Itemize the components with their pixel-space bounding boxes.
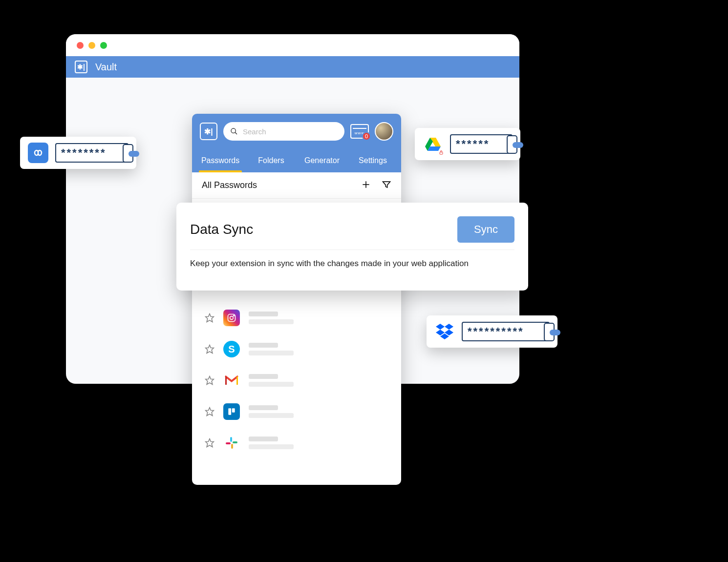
- svg-rect-16: [231, 444, 233, 449]
- svg-marker-8: [206, 345, 214, 354]
- list-item[interactable]: S: [192, 333, 401, 365]
- svg-marker-22: [436, 324, 445, 330]
- star-icon[interactable]: [205, 344, 214, 354]
- vault-logo-icon: ✱|: [75, 61, 87, 73]
- star-icon[interactable]: [205, 438, 214, 448]
- password-masked: ********: [61, 147, 107, 158]
- svg-marker-13: [206, 439, 214, 447]
- password-masked: ******: [456, 139, 490, 149]
- svg-rect-21: [440, 152, 443, 155]
- star-icon[interactable]: [205, 313, 214, 323]
- avatar[interactable]: [375, 122, 393, 141]
- password-card-infinity: ********: [20, 137, 136, 169]
- svg-rect-12: [232, 408, 235, 412]
- svg-rect-11: [228, 408, 231, 415]
- slack-icon: [223, 435, 240, 451]
- window-controls: [66, 34, 519, 56]
- search-input[interactable]: [243, 127, 338, 136]
- svg-marker-10: [206, 408, 214, 416]
- svg-rect-15: [233, 441, 237, 443]
- svg-marker-9: [206, 376, 214, 385]
- tab-settings[interactable]: Settings: [347, 149, 398, 172]
- password-masked: **********: [468, 326, 524, 337]
- filter-button[interactable]: [382, 180, 391, 191]
- password-list: S: [192, 296, 401, 464]
- extension-popup: ✱| www 0 Passwords Folders Generator Set…: [192, 114, 401, 485]
- svg-line-1: [235, 132, 237, 134]
- password-field: **********: [462, 322, 550, 341]
- lock-icon: [438, 149, 444, 155]
- app-header: ✱| Vault: [66, 56, 519, 78]
- list-item[interactable]: [192, 302, 401, 333]
- svg-rect-17: [226, 442, 231, 444]
- svg-rect-14: [230, 437, 232, 442]
- skype-icon: S: [223, 341, 240, 357]
- infinity-icon: [28, 143, 48, 163]
- instagram-icon: [223, 310, 240, 326]
- svg-point-0: [231, 128, 236, 133]
- extension-header: ✱| www 0: [192, 114, 401, 149]
- password-card-dropbox: **********: [427, 315, 557, 348]
- badge-count: 0: [362, 132, 371, 141]
- star-icon[interactable]: [205, 375, 214, 385]
- list-item[interactable]: [192, 396, 401, 427]
- trello-icon: [223, 403, 240, 420]
- search-icon: [230, 127, 238, 135]
- toggle-knob: [513, 142, 523, 148]
- toggle-knob: [550, 330, 560, 335]
- dropbox-icon: [434, 321, 455, 342]
- close-dot[interactable]: [77, 42, 84, 49]
- add-button[interactable]: [361, 180, 371, 191]
- maximize-dot[interactable]: [100, 42, 107, 49]
- list-title: All Passwords: [202, 180, 257, 190]
- search-box[interactable]: [223, 122, 344, 141]
- svg-point-7: [234, 315, 235, 316]
- svg-point-6: [230, 316, 234, 320]
- list-item[interactable]: [192, 427, 401, 458]
- toggle-knob: [128, 151, 139, 157]
- tab-generator[interactable]: Generator: [297, 149, 347, 172]
- password-field: ******: [450, 134, 513, 154]
- site-badge[interactable]: www 0: [350, 124, 369, 139]
- tab-folders[interactable]: Folders: [246, 149, 297, 172]
- gmail-icon: [223, 372, 240, 389]
- star-icon[interactable]: [205, 407, 214, 416]
- sync-title: Data Sync: [190, 222, 253, 237]
- list-header: All Passwords: [192, 172, 401, 199]
- sync-button[interactable]: Sync: [457, 216, 514, 243]
- password-card-drive: ******: [415, 128, 520, 160]
- password-field: ********: [55, 143, 128, 163]
- list-item[interactable]: [192, 365, 401, 396]
- extension-logo-icon: ✱|: [200, 123, 217, 140]
- extension-tabs: Passwords Folders Generator Settings: [192, 149, 401, 172]
- sync-description: Keep your extension in sync with the cha…: [190, 259, 514, 269]
- app-title: Vault: [95, 62, 117, 73]
- minimize-dot[interactable]: [88, 42, 95, 49]
- svg-marker-23: [445, 324, 453, 330]
- tab-passwords[interactable]: Passwords: [195, 149, 246, 172]
- svg-marker-4: [206, 314, 214, 322]
- data-sync-card: Data Sync Sync Keep your extension in sy…: [176, 203, 528, 291]
